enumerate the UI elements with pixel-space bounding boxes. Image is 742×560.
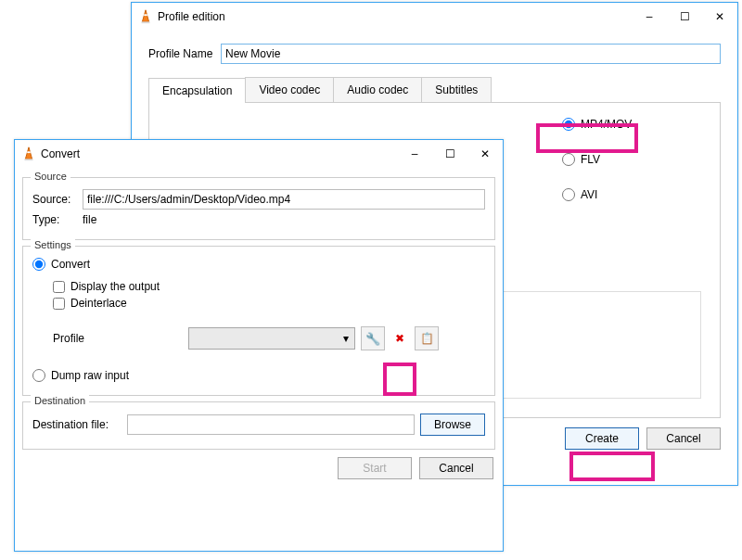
cancel-button[interactable]: Cancel (646, 427, 721, 450)
wrench-icon: 🔧 (365, 332, 380, 346)
display-output-label: Display the output (70, 280, 160, 293)
dest-file-label: Destination file: (32, 418, 122, 431)
settings-legend: Settings (31, 239, 75, 250)
type-label: Type: (32, 213, 83, 226)
vlc-icon (20, 146, 37, 162)
radio-avi-input[interactable] (562, 188, 575, 201)
radio-flv-label: FLV (581, 153, 600, 166)
window-title: Profile edition (154, 10, 632, 23)
profile-name-input[interactable] (221, 44, 721, 64)
new-profile-icon: 📋 (420, 332, 434, 345)
close-button[interactable]: ✕ (467, 140, 503, 168)
tabs: Encapsulation Video codec Audio codec Su… (148, 77, 721, 103)
radio-dump-raw-label: Dump raw input (51, 369, 129, 382)
maximize-icon: ☐ (680, 10, 690, 23)
settings-group: Settings Convert Display the output Dein… (22, 246, 495, 396)
delete-profile-button[interactable]: ✖ (390, 332, 409, 345)
close-icon: ✕ (480, 147, 490, 160)
svg-rect-1 (142, 21, 150, 23)
vlc-icon (137, 8, 154, 25)
radio-convert-label: Convert (51, 258, 90, 271)
close-icon: ✕ (715, 10, 724, 23)
delete-icon: ✖ (395, 332, 404, 345)
source-group: Source Source: Type: file (22, 177, 495, 240)
minimize-button[interactable]: – (632, 3, 667, 31)
radio-avi[interactable]: AVI (562, 188, 701, 201)
radio-flv[interactable]: FLV (562, 153, 701, 166)
edit-profile-button[interactable]: 🔧 (361, 326, 385, 350)
browse-button[interactable]: Browse (420, 414, 485, 436)
minimize-icon: – (412, 147, 418, 160)
display-output-checkbox[interactable] (53, 281, 65, 293)
profile-label: Profile (53, 332, 183, 345)
source-label: Source: (32, 193, 83, 206)
radio-convert[interactable]: Convert (32, 258, 485, 271)
cancel-button[interactable]: Cancel (419, 457, 493, 479)
radio-dump-raw-input[interactable] (32, 369, 45, 382)
deinterlace-checkbox[interactable] (53, 298, 65, 310)
tab-video-codec[interactable]: Video codec (245, 77, 334, 102)
minimize-icon: – (646, 10, 653, 23)
maximize-icon: ☐ (445, 147, 455, 160)
tab-audio-codec[interactable]: Audio codec (333, 77, 422, 102)
profile-dropdown[interactable]: ▾ (188, 327, 355, 350)
window-title: Convert (37, 147, 397, 160)
svg-rect-2 (144, 14, 147, 16)
create-button[interactable]: Create (565, 427, 639, 450)
svg-rect-5 (27, 151, 31, 153)
radio-dump-raw[interactable]: Dump raw input (32, 369, 485, 382)
radio-mp4mov-input[interactable] (562, 118, 575, 131)
radio-mp4mov-label: MP4/MOV (581, 118, 632, 131)
start-button[interactable]: Start (338, 457, 412, 479)
profile-name-label: Profile Name (148, 47, 221, 60)
tab-encapsulation[interactable]: Encapsulation (148, 78, 246, 103)
radio-flv-input[interactable] (562, 153, 575, 166)
destination-group: Destination Destination file: Browse (22, 401, 495, 450)
svg-rect-4 (25, 159, 33, 160)
radio-mp4mov[interactable]: MP4/MOV (562, 118, 701, 131)
source-input[interactable] (83, 189, 485, 210)
deinterlace-label: Deinterlace (70, 297, 127, 310)
maximize-button[interactable]: ☐ (667, 3, 702, 31)
titlebar: Convert – ☐ ✕ (15, 140, 503, 168)
tab-subtitles[interactable]: Subtitles (421, 77, 492, 102)
destination-legend: Destination (31, 395, 89, 406)
close-button[interactable]: ✕ (702, 3, 737, 31)
chevron-down-icon: ▾ (343, 332, 349, 345)
svg-marker-3 (25, 147, 32, 159)
maximize-button[interactable]: ☐ (432, 140, 467, 168)
convert-window: Convert – ☐ ✕ Source Source: Type: file … (14, 139, 504, 552)
titlebar: Profile edition – ☐ ✕ (132, 3, 737, 31)
new-profile-button[interactable]: 📋 (415, 326, 439, 350)
type-value: file (83, 213, 96, 226)
dest-file-input[interactable] (127, 414, 415, 435)
radio-avi-label: AVI (581, 188, 597, 201)
radio-convert-input[interactable] (32, 258, 45, 271)
minimize-button[interactable]: – (397, 140, 432, 168)
source-legend: Source (31, 171, 70, 182)
